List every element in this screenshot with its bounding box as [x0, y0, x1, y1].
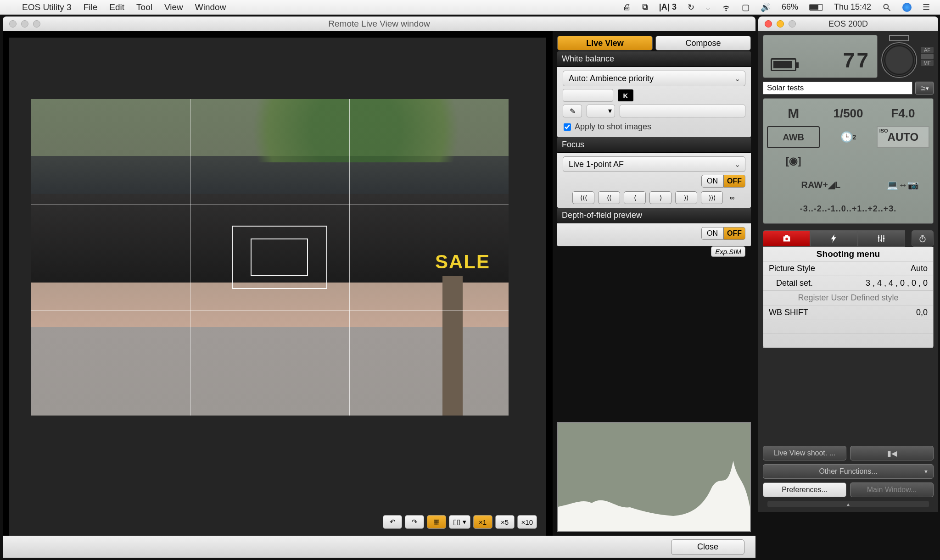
- zoom-1x-button[interactable]: ×1: [473, 515, 492, 529]
- focus-far-3[interactable]: ⟩⟩⟩: [701, 191, 723, 204]
- iso-setting[interactable]: ISO AUTO: [877, 126, 929, 148]
- dof-off-button[interactable]: OFF: [723, 227, 745, 240]
- awb-button[interactable]: AWB: [767, 126, 820, 148]
- empty-row: [763, 334, 933, 348]
- clock[interactable]: Thu 15:42: [834, 2, 871, 12]
- eyedropper-button[interactable]: ✎: [563, 105, 582, 117]
- menu-file[interactable]: File: [84, 2, 98, 12]
- aspect-button[interactable]: ▯▯ ▾: [449, 515, 470, 529]
- grid-line: [190, 99, 190, 416]
- focus-on-button[interactable]: ON: [701, 175, 723, 188]
- adobe-icon[interactable]: |A| 3: [659, 2, 677, 12]
- wb-custom-field[interactable]: [620, 105, 745, 117]
- menu-edit[interactable]: Edit: [109, 2, 124, 12]
- focus-near-1[interactable]: ⟨: [624, 191, 646, 204]
- af-label[interactable]: AF: [921, 47, 934, 53]
- shutter-dial[interactable]: [881, 42, 917, 78]
- card-indicator: [889, 35, 909, 41]
- shots-remaining: 77: [843, 50, 870, 74]
- siri-icon[interactable]: [902, 3, 912, 12]
- focus-far-2[interactable]: ⟩⟩: [675, 191, 697, 204]
- camera-tab[interactable]: [763, 230, 810, 247]
- focus-off-button[interactable]: OFF: [723, 175, 745, 188]
- focus-box-inner[interactable]: [251, 238, 308, 277]
- drive-mode[interactable]: 🕒2: [822, 126, 874, 148]
- svg-point-2: [785, 238, 788, 240]
- rotate-ccw-button[interactable]: ↶: [383, 515, 402, 529]
- tab-live-view[interactable]: Live View: [557, 36, 653, 50]
- grid-line: [349, 99, 350, 416]
- menu-tool[interactable]: Tool: [136, 2, 152, 12]
- folder-browse-button[interactable]: 🗂▾: [915, 82, 934, 94]
- wb-value-field[interactable]: [563, 89, 613, 102]
- spotlight-icon[interactable]: [882, 3, 891, 12]
- wb-preset-select[interactable]: ▾: [587, 105, 615, 117]
- af-mf-switch[interactable]: [921, 54, 934, 59]
- timer-button[interactable]: [912, 230, 934, 247]
- shutter-speed[interactable]: 1/500: [822, 102, 874, 124]
- save-destination[interactable]: 💻↔📷: [877, 174, 929, 196]
- traffic-lights[interactable]: [765, 20, 796, 28]
- airplay-icon[interactable]: ▢: [742, 2, 750, 12]
- camera-window: EOS 200D 77 AF MF Solar tests 🗂▾ M 1/500…: [758, 17, 938, 512]
- zoom-10x-button[interactable]: ×10: [517, 515, 537, 529]
- focus-near-3[interactable]: ⟨⟨⟨: [572, 191, 594, 204]
- metering-mode[interactable]: [◉]: [767, 150, 820, 172]
- macos-menubar: EOS Utility 3 File Edit Tool View Window…: [0, 0, 940, 15]
- other-functions-button[interactable]: Other Functions...▼: [763, 464, 934, 479]
- menu-view[interactable]: View: [164, 2, 183, 12]
- wb-shift-row[interactable]: WB SHIFT 0,0: [763, 305, 933, 320]
- tree-decoration: [442, 276, 463, 416]
- traffic-lights[interactable]: [9, 20, 40, 28]
- svg-point-5: [883, 238, 885, 239]
- detail-set-row[interactable]: Detail set. 3 , 4 , 4 , 0 , 0 , 0: [763, 276, 933, 291]
- focus-points-button[interactable]: ▦: [427, 515, 446, 529]
- volume-icon[interactable]: 🔊: [761, 2, 771, 12]
- app-name[interactable]: EOS Utility 3: [22, 2, 72, 12]
- close-button[interactable]: Close: [671, 539, 744, 555]
- battery-percent[interactable]: 66%: [782, 2, 798, 12]
- image-quality[interactable]: RAW+◢L: [767, 174, 875, 196]
- zoom-5x-button[interactable]: ×5: [495, 515, 515, 529]
- live-view-controls: Live View Compose White balance Auto: Am…: [553, 31, 755, 558]
- preferences-button[interactable]: Preferences...: [763, 482, 846, 497]
- window-titlebar[interactable]: Remote Live View window: [3, 17, 755, 31]
- dof-on-button[interactable]: ON: [701, 227, 723, 240]
- picture-style-row[interactable]: Picture Style Auto: [763, 261, 933, 276]
- camera-window-titlebar[interactable]: EOS 200D: [758, 17, 938, 31]
- focus-far-1[interactable]: ⟩: [649, 191, 671, 204]
- tab-compose[interactable]: Compose: [655, 36, 751, 50]
- shooting-menu-head: Shooting menu: [763, 247, 933, 261]
- flash-tab[interactable]: [810, 230, 857, 247]
- apply-to-shot-checkbox[interactable]: Apply to shot images: [563, 120, 745, 133]
- printer-icon[interactable]: 🖨: [623, 2, 631, 12]
- rotate-cw-button[interactable]: ↷: [405, 515, 424, 529]
- aperture[interactable]: F4.0: [877, 102, 929, 124]
- camera-settings-grid: M 1/500 F4.0 AWB 🕒2 [◉] ISO AUTO RAW+◢L …: [763, 98, 934, 224]
- bluetooth-icon[interactable]: ⌵: [705, 2, 711, 12]
- dropbox-icon[interactable]: ⧉: [642, 2, 648, 12]
- wb-mode-select[interactable]: Auto: Ambience priority: [563, 71, 745, 86]
- video-button[interactable]: ▮◀: [850, 446, 934, 460]
- notification-center-icon[interactable]: ☰: [923, 2, 930, 12]
- mf-label[interactable]: MF: [921, 60, 934, 66]
- svg-line-1: [888, 8, 890, 11]
- wifi-icon[interactable]: [722, 3, 731, 12]
- window-title: Remote Live View window: [328, 19, 430, 29]
- collapse-handle[interactable]: ▲: [767, 501, 929, 507]
- menu-window[interactable]: Window: [195, 2, 226, 12]
- timemachine-icon[interactable]: ↻: [688, 2, 694, 12]
- focus-mode-select[interactable]: Live 1-point AF: [563, 156, 745, 172]
- folder-name-field[interactable]: Solar tests: [763, 82, 912, 94]
- section-white-balance: White balance: [557, 51, 751, 67]
- main-window-button[interactable]: Main Window...: [850, 482, 934, 497]
- live-preview-image[interactable]: SALE: [31, 99, 509, 416]
- grid-line: [31, 205, 509, 205]
- shooting-menu: Shooting menu Picture Style Auto Detail …: [763, 247, 934, 348]
- focus-near-2[interactable]: ⟨⟨: [598, 191, 620, 204]
- register-style-row[interactable]: Register User Defined style: [763, 291, 933, 305]
- exposure-scale[interactable]: -3..-2..-1..0..+1..+2..+3.: [767, 198, 929, 220]
- live-view-shoot-button[interactable]: Live View shoot. ...: [763, 446, 846, 460]
- settings-tab[interactable]: [858, 230, 905, 247]
- shooting-mode[interactable]: M: [767, 102, 820, 124]
